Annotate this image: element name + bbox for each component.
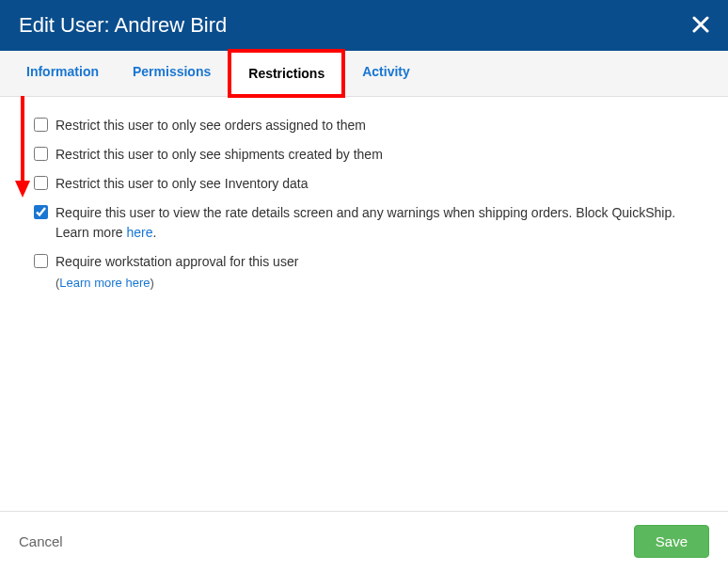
tab-activity[interactable]: Activity [345, 51, 427, 96]
restriction-checkbox-workstation[interactable] [34, 254, 48, 268]
cancel-button[interactable]: Cancel [19, 533, 63, 549]
save-button[interactable]: Save [634, 525, 709, 558]
tab-permissions[interactable]: Permissions [116, 51, 228, 96]
restriction-checkbox-shipments[interactable] [34, 147, 48, 161]
dialog-title: Edit User: Andrew Bird [19, 13, 227, 38]
restriction-label: Require workstation approval for this us… [55, 252, 298, 272]
tab-bar: Information Permissions Restrictions Act… [0, 51, 728, 97]
restriction-row: Restrict this user to only see orders as… [34, 116, 694, 135]
tab-restrictions[interactable]: Restrictions [228, 49, 345, 98]
dialog-footer: Cancel Save [0, 511, 728, 571]
restriction-sublabel: (Learn more here) [55, 276, 694, 290]
restriction-label: Restrict this user to only see Inventory… [55, 174, 308, 194]
restriction-checkbox-inventory[interactable] [34, 176, 48, 190]
restriction-row: Restrict this user to only see shipments… [34, 145, 694, 165]
restriction-label: Restrict this user to only see orders as… [55, 116, 366, 135]
restriction-checkbox-orders[interactable] [34, 118, 48, 132]
learn-more-link[interactable]: here [126, 225, 152, 240]
learn-more-link[interactable]: Learn more here [59, 276, 150, 290]
tab-information[interactable]: Information [9, 51, 116, 96]
restriction-row: Restrict this user to only see Inventory… [34, 174, 694, 194]
restriction-row: Require this user to view the rate detai… [34, 203, 694, 243]
restriction-label: Require this user to view the rate detai… [55, 203, 694, 243]
close-icon[interactable] [692, 14, 709, 37]
restriction-checkbox-rate-details[interactable] [34, 205, 48, 219]
dialog-header: Edit User: Andrew Bird [0, 0, 728, 51]
content-panel: Restrict this user to only see orders as… [0, 97, 728, 511]
restriction-row: Require workstation approval for this us… [34, 252, 694, 272]
restriction-label: Restrict this user to only see shipments… [55, 145, 383, 165]
